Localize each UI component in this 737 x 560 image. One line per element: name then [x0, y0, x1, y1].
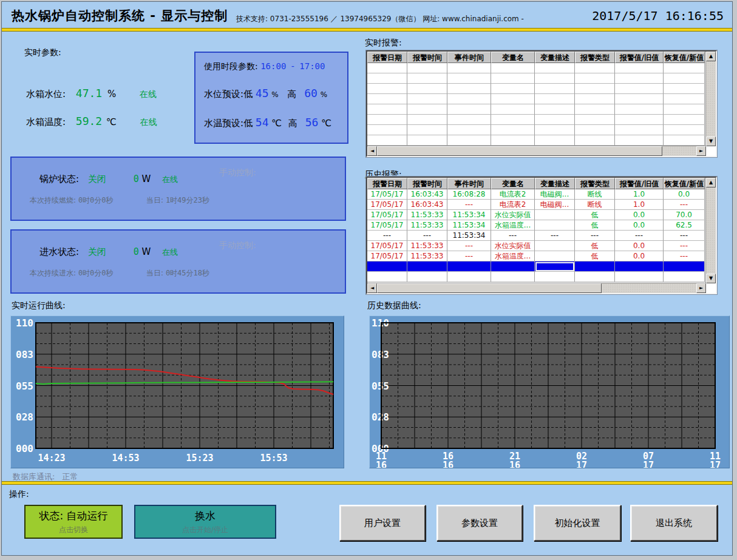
- table-cell[interactable]: [535, 220, 575, 231]
- table-cell[interactable]: [535, 210, 575, 220]
- table-row[interactable]: [367, 73, 706, 84]
- scroll-up-icon[interactable]: ▲: [706, 52, 716, 61]
- column-header[interactable]: 报警类型: [575, 52, 615, 63]
- table-cell[interactable]: 0.0: [615, 241, 664, 251]
- table-cell[interactable]: [447, 135, 491, 146]
- table-cell[interactable]: [664, 272, 705, 282]
- column-header[interactable]: 变量名: [491, 52, 535, 63]
- vertical-scrollbar[interactable]: ▲ ▼: [705, 178, 716, 283]
- table-cell[interactable]: [407, 125, 447, 135]
- table-cell[interactable]: [491, 73, 535, 84]
- table-cell[interactable]: 17/05/17: [367, 189, 407, 200]
- table-cell[interactable]: [491, 272, 535, 282]
- column-header[interactable]: 报警时间: [407, 52, 447, 63]
- table-cell[interactable]: [367, 63, 407, 73]
- table-cell[interactable]: ---: [447, 241, 491, 251]
- table-cell[interactable]: 0.0: [664, 189, 705, 200]
- table-cell[interactable]: 低: [575, 251, 615, 261]
- table-cell[interactable]: [407, 135, 447, 146]
- table-cell[interactable]: [664, 94, 705, 104]
- table-cell[interactable]: [575, 135, 615, 146]
- table-cell[interactable]: ---: [407, 231, 447, 241]
- table-cell[interactable]: [491, 94, 535, 104]
- water-change-button[interactable]: 换水 点击开始/停止: [134, 505, 276, 539]
- table-cell[interactable]: [575, 104, 615, 115]
- table-cell[interactable]: 低: [575, 210, 615, 220]
- table-cell[interactable]: [575, 272, 615, 282]
- table-cell[interactable]: [447, 63, 491, 73]
- table-cell[interactable]: [615, 125, 664, 135]
- table-cell[interactable]: [535, 73, 575, 84]
- table-cell[interactable]: 11:53:33: [407, 241, 447, 251]
- table-cell[interactable]: [407, 63, 447, 73]
- table-cell[interactable]: [447, 115, 491, 125]
- scroll-down-icon[interactable]: ▼: [706, 274, 716, 283]
- column-header[interactable]: 恢复值/新值: [664, 52, 705, 63]
- table-cell[interactable]: [575, 261, 615, 272]
- table-cell[interactable]: 水位实际值: [491, 210, 535, 220]
- column-header[interactable]: 报警类型: [575, 178, 615, 189]
- table-cell[interactable]: 0.0: [615, 251, 664, 261]
- table-cell[interactable]: [447, 125, 491, 135]
- scroll-left-icon[interactable]: ◄: [367, 283, 377, 293]
- table-cell[interactable]: [615, 63, 664, 73]
- vertical-scrollbar[interactable]: ▲ ▼: [705, 52, 716, 146]
- table-row[interactable]: [367, 94, 706, 104]
- table-cell[interactable]: 电流表2: [491, 200, 535, 210]
- table-cell[interactable]: 11:53:34: [447, 231, 491, 241]
- table-cell[interactable]: [491, 125, 535, 135]
- table-cell[interactable]: [447, 94, 491, 104]
- table-cell[interactable]: 水箱温度...: [491, 251, 535, 261]
- table-cell[interactable]: ---: [664, 241, 705, 251]
- table-row[interactable]: [367, 261, 706, 272]
- table-cell[interactable]: ---: [575, 231, 615, 241]
- table-row[interactable]: [367, 104, 706, 115]
- table-cell[interactable]: 水位实际值: [491, 241, 535, 251]
- table-row[interactable]: 17/05/1711:53:3311:53:34水箱温度...低0.062.5: [367, 220, 706, 231]
- table-cell[interactable]: [535, 84, 575, 94]
- table-cell[interactable]: [615, 84, 664, 94]
- auto-run-toggle-button[interactable]: 状态: 自动运行 点击切换: [24, 505, 123, 539]
- table-cell[interactable]: [535, 104, 575, 115]
- column-header[interactable]: 报警日期: [367, 178, 407, 189]
- table-cell[interactable]: [535, 125, 575, 135]
- table-cell[interactable]: 电磁阀...: [535, 200, 575, 210]
- table-cell[interactable]: [535, 272, 575, 282]
- table-cell[interactable]: 1.0: [615, 200, 664, 210]
- table-cell[interactable]: 62.5: [664, 220, 705, 231]
- column-header[interactable]: 恢复值/新值: [664, 178, 705, 189]
- table-cell[interactable]: 17/05/17: [367, 200, 407, 210]
- table-cell[interactable]: [407, 104, 447, 115]
- table-cell[interactable]: [407, 94, 447, 104]
- table-cell[interactable]: 断线: [575, 200, 615, 210]
- table-cell[interactable]: [615, 272, 664, 282]
- table-row[interactable]: [367, 135, 706, 146]
- table-cell[interactable]: [615, 94, 664, 104]
- table-cell[interactable]: [535, 135, 575, 146]
- table-cell[interactable]: 电流表2: [491, 189, 535, 200]
- table-cell[interactable]: [575, 115, 615, 125]
- table-cell[interactable]: [491, 63, 535, 73]
- table-cell[interactable]: 断线: [575, 189, 615, 200]
- table-cell[interactable]: 17/05/17: [367, 220, 407, 231]
- scroll-right-icon[interactable]: ►: [696, 283, 706, 293]
- column-header[interactable]: 变量描述: [535, 52, 575, 63]
- table-cell[interactable]: 16:08:28: [447, 189, 491, 200]
- table-cell[interactable]: 低: [575, 241, 615, 251]
- column-header[interactable]: 事件时间: [447, 52, 491, 63]
- table-cell[interactable]: [664, 125, 705, 135]
- table-cell[interactable]: [615, 261, 664, 272]
- scroll-thumb[interactable]: [377, 146, 662, 156]
- scroll-up-icon[interactable]: ▲: [706, 178, 716, 187]
- table-body[interactable]: [367, 63, 706, 146]
- table-row[interactable]: 17/05/1711:53:33---水位实际值低0.0---: [367, 241, 706, 251]
- table-cell[interactable]: [447, 104, 491, 115]
- table-cell[interactable]: [491, 104, 535, 115]
- horizontal-scrollbar[interactable]: ◄ ►: [367, 146, 706, 156]
- table-cell[interactable]: [367, 104, 407, 115]
- scroll-thumb[interactable]: [377, 283, 602, 293]
- table-cell[interactable]: [447, 84, 491, 94]
- table-cell[interactable]: [367, 73, 407, 84]
- table-cell[interactable]: [535, 63, 575, 73]
- scroll-left-icon[interactable]: ◄: [367, 146, 377, 156]
